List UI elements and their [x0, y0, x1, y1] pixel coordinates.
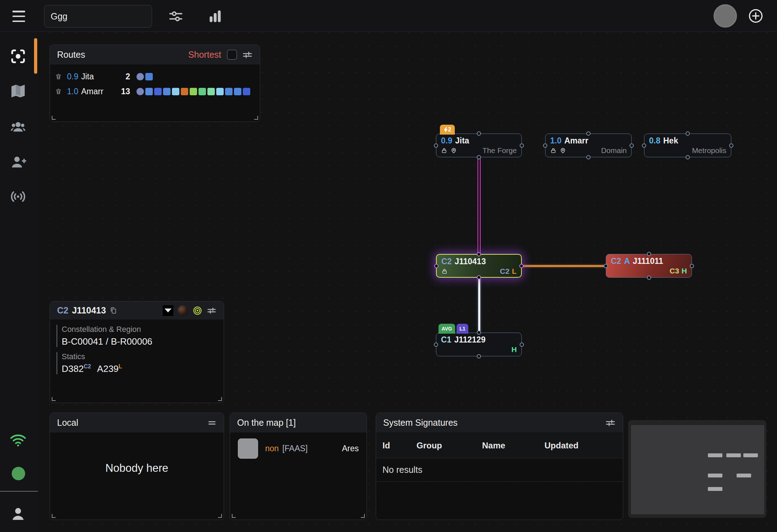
- node-connector-dot[interactable]: [519, 264, 524, 268]
- node-connector-dot[interactable]: [586, 131, 591, 136]
- static-sec: L: [512, 267, 516, 276]
- character-icon[interactable]: [9, 505, 27, 523]
- menu-icon[interactable]: [12, 11, 25, 22]
- shortest-checkbox[interactable]: [227, 50, 237, 60]
- resize-handle[interactable]: [52, 397, 56, 401]
- constellation-value: B-C00041 / B-R00006: [62, 336, 224, 347]
- resize-handle[interactable]: [254, 116, 258, 120]
- minimap-node-bar: [743, 453, 758, 457]
- system-info-header[interactable]: C2 J110413: [50, 301, 224, 320]
- routes-settings-icon[interactable]: [242, 50, 253, 60]
- route-hop-chip: [234, 88, 241, 95]
- add-map-icon[interactable]: [748, 8, 764, 24]
- route-jump-count: 2: [117, 72, 130, 81]
- info-settings-icon[interactable]: [207, 306, 217, 316]
- bar-chart-icon[interactable]: [207, 9, 223, 24]
- local-panel: Local Nobody here: [50, 413, 224, 520]
- node-connector-dot[interactable]: [434, 264, 438, 268]
- shortest-label[interactable]: Shortest: [188, 50, 221, 60]
- column-name[interactable]: Name: [482, 441, 544, 451]
- pilot-row[interactable]: non [FAAS] Ares: [230, 433, 367, 464]
- column-id[interactable]: Id: [382, 441, 417, 451]
- local-panel-header[interactable]: Local: [50, 413, 224, 433]
- route-destination: Amarr: [81, 87, 117, 96]
- people-icon[interactable]: [9, 118, 27, 136]
- pilot-name: non: [265, 444, 279, 453]
- signatures-settings-icon[interactable]: [605, 418, 616, 428]
- node-connector-dot[interactable]: [477, 155, 481, 159]
- node-connector-dot[interactable]: [604, 264, 608, 268]
- node-connector-dot[interactable]: [686, 155, 690, 159]
- connection-j110413-j112129[interactable]: [478, 278, 480, 333]
- route-hop-chip: [136, 73, 144, 80]
- add-person-icon[interactable]: [9, 153, 27, 171]
- node-connector-dot[interactable]: [434, 343, 438, 347]
- node-connector-dot[interactable]: [647, 276, 651, 280]
- resize-handle[interactable]: [218, 514, 222, 518]
- system-node-hek[interactable]: 0.8Hek Metropolis: [644, 134, 731, 157]
- system-node-j110413-selected[interactable]: C2J110413 C2L: [436, 254, 522, 278]
- system-class: C2: [57, 305, 68, 316]
- wormhole-class: C1: [441, 335, 451, 345]
- system-node-j111011[interactable]: C2AJ111011 C3H: [606, 254, 692, 278]
- connection-j110413-j111011[interactable]: [522, 265, 606, 267]
- minimap-node-bar: [708, 453, 722, 457]
- on-the-map-header[interactable]: On the map [1]: [230, 413, 367, 433]
- constellation-label: Constellation & Region: [62, 325, 224, 334]
- lock-icon: [441, 147, 447, 154]
- broadcast-icon[interactable]: [9, 188, 27, 205]
- resize-handle[interactable]: [232, 514, 236, 518]
- route-row-jita[interactable]: 0.9 Jita 2: [55, 69, 255, 84]
- resize-handle[interactable]: [52, 116, 56, 120]
- column-group[interactable]: Group: [417, 441, 482, 451]
- node-connector-dot[interactable]: [520, 143, 524, 148]
- connection-jita-j110413[interactable]: [477, 158, 481, 254]
- delete-route-icon[interactable]: [55, 73, 62, 80]
- node-connector-dot[interactable]: [729, 143, 733, 148]
- region-label: Domain: [601, 146, 627, 155]
- node-connector-dot[interactable]: [477, 131, 481, 136]
- resize-handle[interactable]: [52, 514, 56, 518]
- node-connector-dot[interactable]: [477, 354, 481, 358]
- route-hop-chip: [199, 88, 206, 95]
- node-connector-dot[interactable]: [477, 330, 481, 335]
- focus-map-icon[interactable]: [9, 47, 27, 65]
- minimap-viewport[interactable]: [631, 425, 764, 514]
- pilot-corp-ticker: [FAAS]: [282, 444, 308, 453]
- signatures-header[interactable]: System Signatures: [376, 413, 623, 433]
- node-connector-dot[interactable]: [630, 143, 634, 148]
- column-updated[interactable]: Updated: [544, 441, 578, 451]
- minimap[interactable]: [628, 420, 766, 518]
- route-hop-chip: [216, 88, 224, 95]
- route-hop-chip: [190, 88, 197, 95]
- routes-panel-header[interactable]: Routes Shortest: [50, 45, 260, 65]
- system-name: Jita: [455, 136, 469, 146]
- node-connector-dot[interactable]: [690, 264, 694, 268]
- system-node-amarr[interactable]: 1.0Amarr Domain: [545, 134, 632, 157]
- local-menu-icon[interactable]: [207, 418, 217, 428]
- node-connector-dot[interactable]: [686, 131, 690, 136]
- copy-icon[interactable]: [110, 306, 117, 315]
- filter-sliders-icon[interactable]: [168, 9, 184, 24]
- local-title: Local: [57, 418, 78, 428]
- node-connector-dot[interactable]: [477, 275, 481, 279]
- static-sec: H: [682, 267, 687, 275]
- route-row-amarr[interactable]: 1.0 Amarr 13: [55, 84, 255, 99]
- system-name: J110413: [454, 257, 486, 266]
- node-connector-dot[interactable]: [434, 143, 438, 148]
- resize-handle[interactable]: [218, 397, 222, 401]
- security-status: 1.0: [550, 136, 561, 146]
- map-icon[interactable]: [9, 82, 27, 100]
- node-connector-dot[interactable]: [647, 252, 651, 256]
- delete-route-icon[interactable]: [55, 88, 62, 95]
- system-node-jita[interactable]: 2 0.9Jita The Forge: [436, 134, 522, 157]
- node-connector-dot[interactable]: [543, 143, 547, 148]
- resize-handle[interactable]: [361, 514, 365, 518]
- node-connector-dot[interactable]: [642, 143, 646, 148]
- node-connector-dot[interactable]: [586, 155, 591, 159]
- node-connector-dot[interactable]: [520, 343, 524, 347]
- map-name-input[interactable]: [44, 5, 152, 28]
- node-connector-dot[interactable]: [477, 252, 481, 256]
- user-avatar[interactable]: [714, 4, 737, 28]
- system-node-j112129[interactable]: AVG L1 C1J112129 H: [436, 333, 522, 356]
